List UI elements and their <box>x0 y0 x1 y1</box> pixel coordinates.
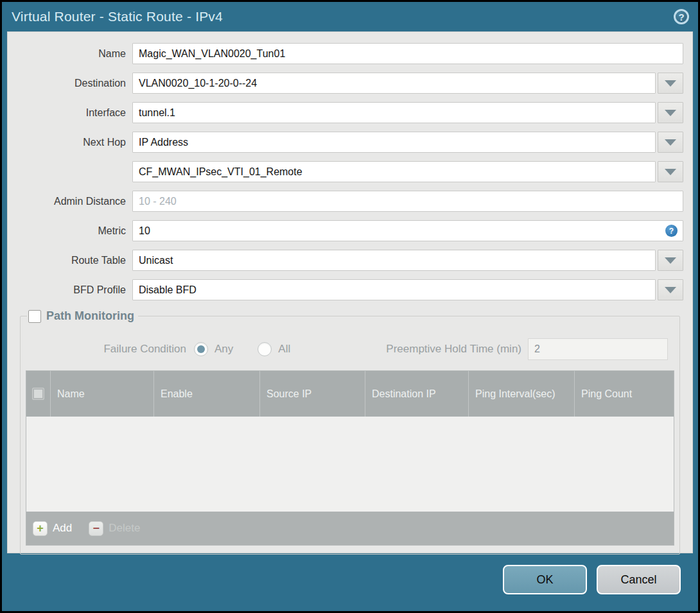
path-monitoring-group: Path Monitoring Failure Condition Any Al… <box>20 309 680 555</box>
column-header-ping-interval: Ping Interval(sec) <box>469 371 575 417</box>
preemptive-hold-time-label: Preemptive Hold Time (min) <box>386 343 528 356</box>
next-hop-type-input[interactable] <box>132 132 656 153</box>
chevron-down-icon <box>665 287 676 293</box>
dialog-content: Name Destination Interface <box>7 31 693 553</box>
chevron-down-icon <box>665 139 676 146</box>
name-input[interactable] <box>132 43 683 64</box>
next-hop-label: Next Hop <box>8 137 132 148</box>
static-route-dialog: Virtual Router - Static Route - IPv4 ? N… <box>2 2 698 611</box>
route-table-row: Route Table <box>8 250 683 271</box>
select-all-cell <box>26 371 51 417</box>
metric-help-icon[interactable]: ? <box>665 225 678 237</box>
path-monitoring-checkbox[interactable] <box>28 310 41 323</box>
minus-icon: − <box>89 521 103 536</box>
cancel-button[interactable]: Cancel <box>597 565 681 594</box>
next-hop-address-input[interactable] <box>132 161 656 182</box>
column-header-enable: Enable <box>154 371 260 417</box>
failure-condition-any-radio[interactable] <box>194 342 208 356</box>
dialog-title: Virtual Router - Static Route - IPv4 <box>2 9 223 24</box>
select-all-checkbox[interactable] <box>32 388 44 400</box>
help-icon[interactable]: ? <box>674 9 689 24</box>
name-label: Name <box>8 48 132 60</box>
chevron-down-icon <box>665 257 676 264</box>
table-footer: + Add − Delete <box>26 512 674 545</box>
titlebar: Virtual Router - Static Route - IPv4 ? <box>2 2 698 31</box>
bfd-profile-dropdown-button[interactable] <box>658 279 683 300</box>
route-table-dropdown-button[interactable] <box>658 250 683 271</box>
admin-distance-label: Admin Distance <box>8 196 132 207</box>
chevron-down-icon <box>665 110 676 116</box>
path-monitoring-legend: Path Monitoring <box>27 309 138 323</box>
metric-label: Metric <box>8 225 132 237</box>
destination-label: Destination <box>8 78 132 89</box>
failure-condition-all-radio[interactable] <box>258 342 272 356</box>
metric-row: Metric ? <box>8 220 683 241</box>
bfd-profile-label: BFD Profile <box>8 284 132 296</box>
metric-input[interactable] <box>132 220 683 241</box>
route-table-label: Route Table <box>8 255 132 266</box>
name-row: Name <box>8 43 683 64</box>
add-button-label: Add <box>53 522 72 535</box>
interface-dropdown-button[interactable] <box>658 102 683 123</box>
path-monitoring-title: Path Monitoring <box>46 309 134 323</box>
bfd-profile-row: BFD Profile <box>8 279 683 300</box>
preemptive-hold-time-group: Preemptive Hold Time (min) <box>386 338 668 360</box>
interface-label: Interface <box>8 107 132 119</box>
admin-distance-row: Admin Distance <box>8 191 683 212</box>
admin-distance-input[interactable] <box>132 191 683 212</box>
failure-condition-row: Failure Condition Any All Preemptive Hol… <box>26 338 668 360</box>
interface-input[interactable] <box>132 102 656 123</box>
chevron-down-icon <box>665 80 676 87</box>
route-table-input[interactable] <box>132 250 656 271</box>
next-hop-address-dropdown-button[interactable] <box>658 161 683 182</box>
failure-condition-label: Failure Condition <box>26 343 194 356</box>
failure-condition-all-label: All <box>278 343 290 356</box>
column-header-ping-count: Ping Count <box>575 371 674 417</box>
delete-button[interactable]: − Delete <box>89 521 140 536</box>
column-header-name: Name <box>51 371 154 417</box>
next-hop-row: Next Hop <box>8 132 683 153</box>
ok-button[interactable]: OK <box>503 565 587 594</box>
add-button[interactable]: + Add <box>33 521 72 536</box>
column-header-destination-ip: Destination IP <box>365 371 469 417</box>
destination-dropdown-button[interactable] <box>658 73 683 94</box>
chevron-down-icon <box>665 169 676 175</box>
table-body <box>26 417 674 512</box>
plus-icon: + <box>33 521 48 536</box>
bfd-profile-input[interactable] <box>132 279 656 300</box>
table-header-row: Name Enable Source IP Destination IP Pin… <box>26 371 674 417</box>
column-header-source-ip: Source IP <box>260 371 365 417</box>
preemptive-hold-time-input[interactable] <box>528 338 668 360</box>
delete-button-label: Delete <box>109 522 140 535</box>
destination-row: Destination <box>8 73 683 94</box>
path-monitoring-table: Name Enable Source IP Destination IP Pin… <box>26 370 674 546</box>
next-hop-dropdown-button[interactable] <box>658 132 683 153</box>
destination-input[interactable] <box>132 73 656 94</box>
next-hop-address-row <box>8 161 683 182</box>
failure-condition-any-label: Any <box>214 343 233 356</box>
interface-row: Interface <box>8 102 683 123</box>
